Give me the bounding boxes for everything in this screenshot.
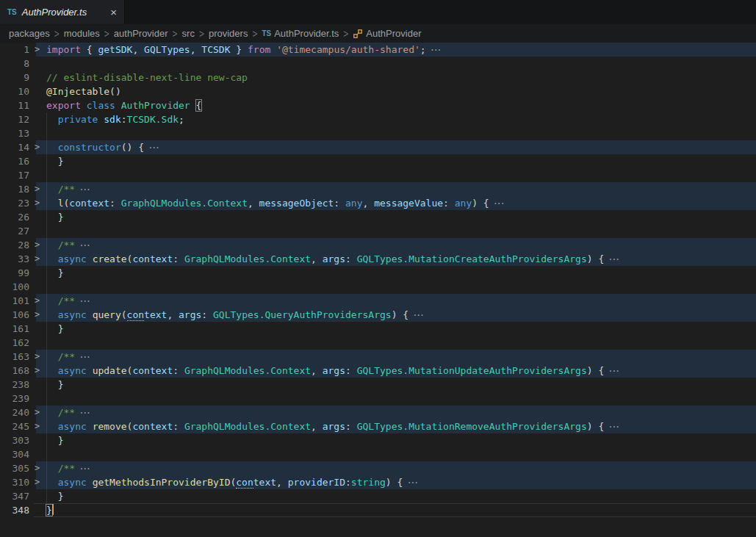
code-line[interactable]: 305> /** ···	[0, 461, 756, 475]
line-number[interactable]: 23	[0, 196, 29, 210]
code-line[interactable]: 11export class AuthProvider {	[0, 98, 756, 112]
line-number[interactable]: 161	[0, 322, 29, 336]
code-line[interactable]: 240> /** ···	[0, 406, 756, 419]
line-number[interactable]: 10	[0, 84, 29, 98]
code-line[interactable]: 238 }	[0, 378, 756, 392]
code-line[interactable]: 27	[0, 224, 756, 238]
code-token: con	[236, 477, 253, 489]
tab-bar: TS AuthProvider.ts ×	[0, 0, 756, 24]
code-line[interactable]: 245> async remove(context: GraphQLModule…	[0, 419, 756, 433]
line-number[interactable]: 27	[0, 224, 29, 238]
close-icon[interactable]: ×	[110, 7, 117, 18]
fold-arrow-icon[interactable]: >	[29, 252, 45, 266]
fold-arrow-icon[interactable]: >	[29, 406, 45, 419]
line-number[interactable]: 348	[0, 503, 29, 517]
fold-arrow-icon[interactable]: >	[29, 196, 45, 210]
breadcrumb-item-authprovider[interactable]: authProvider	[114, 28, 168, 39]
code-token: ) {	[386, 477, 403, 488]
code-line[interactable]: 17	[0, 168, 756, 182]
line-number[interactable]: 100	[0, 280, 29, 294]
line-number[interactable]: 162	[0, 336, 29, 350]
editor[interactable]: 1>import { getSDK, GQLTypes, TCSDK } fro…	[0, 43, 756, 517]
fold-arrow-icon[interactable]: >	[29, 350, 45, 364]
code-line[interactable]: 106> async query(context, args: GQLTypes…	[0, 308, 756, 322]
line-number[interactable]: 14	[0, 140, 29, 154]
line-number[interactable]: 28	[0, 238, 29, 252]
code-line[interactable]: 163> /** ···	[0, 350, 756, 364]
fold-arrow-icon[interactable]: >	[29, 308, 45, 322]
line-number[interactable]: 16	[0, 154, 29, 168]
line-number[interactable]: 17	[0, 168, 29, 182]
code-token: import	[46, 44, 81, 55]
breadcrumb-item-modules[interactable]: modules	[64, 28, 100, 39]
line-number[interactable]: 99	[0, 266, 29, 280]
line-number[interactable]: 305	[0, 461, 29, 475]
breadcrumb-item-packages[interactable]: packages	[9, 28, 50, 39]
fold-arrow-icon[interactable]: >	[29, 461, 45, 475]
line-number[interactable]: 238	[0, 378, 29, 392]
line-number[interactable]: 33	[0, 252, 29, 266]
code-line[interactable]: 347 }	[0, 489, 756, 503]
breadcrumb-item-src[interactable]: src	[182, 28, 195, 39]
code-line[interactable]: 12 private sdk:TCSDK.Sdk;	[0, 112, 756, 126]
fold-arrow-icon[interactable]: >	[29, 238, 45, 252]
code-line[interactable]: 304	[0, 447, 756, 461]
code-line[interactable]: 9// eslint-disable-next-line new-cap	[0, 71, 756, 84]
code-token	[46, 407, 58, 418]
code-line[interactable]: 162	[0, 336, 756, 350]
line-number[interactable]: 1	[0, 43, 29, 57]
code-line[interactable]: 16 }	[0, 154, 756, 168]
fold-arrow-icon[interactable]: >	[29, 364, 45, 378]
code-line[interactable]: 310> async getMethodsInProviderByID(cont…	[0, 475, 756, 489]
code-line[interactable]: 348}	[0, 503, 756, 517]
code-line[interactable]: 8	[0, 57, 756, 71]
code-line[interactable]: 18> /** ···	[0, 182, 756, 196]
code-line[interactable]: 1>import { getSDK, GQLTypes, TCSDK } fro…	[0, 43, 756, 57]
line-number[interactable]: 347	[0, 489, 29, 503]
line-number[interactable]: 310	[0, 475, 29, 489]
line-number[interactable]: 8	[0, 57, 29, 71]
line-number[interactable]: 13	[0, 126, 29, 140]
line-number[interactable]: 240	[0, 406, 29, 419]
code-line[interactable]: 100	[0, 280, 756, 294]
breadcrumb-item-providers[interactable]: providers	[209, 28, 248, 39]
code-line[interactable]: 303 }	[0, 433, 756, 447]
code-line[interactable]: 168> async update(context: GraphQLModule…	[0, 364, 756, 378]
fold-spacer	[29, 378, 45, 392]
fold-arrow-icon[interactable]: >	[29, 294, 45, 308]
line-number[interactable]: 303	[0, 433, 29, 447]
breadcrumb-item-authprovider-ts[interactable]: TSAuthProvider.ts	[262, 28, 339, 39]
line-number[interactable]: 11	[0, 98, 29, 112]
code-token: /**	[58, 351, 75, 362]
code-line[interactable]: 10@Injectable()	[0, 84, 756, 98]
tab-authprovider[interactable]: TS AuthProvider.ts ×	[0, 0, 125, 24]
code-line[interactable]: 161 }	[0, 322, 756, 336]
code-line[interactable]: 101> /** ···	[0, 294, 756, 308]
code-line[interactable]: 239	[0, 392, 756, 406]
code-line[interactable]: 26 }	[0, 210, 756, 224]
code-line[interactable]: 13	[0, 126, 756, 140]
line-number[interactable]: 9	[0, 71, 29, 84]
line-number[interactable]: 101	[0, 294, 29, 308]
line-number[interactable]: 239	[0, 392, 29, 406]
code-line[interactable]: 28> /** ···	[0, 238, 756, 252]
line-number[interactable]: 12	[0, 112, 29, 126]
fold-arrow-icon[interactable]: >	[29, 182, 45, 196]
code-line[interactable]: 23> l(context: GraphQLModules.Context, m…	[0, 196, 756, 210]
line-number[interactable]: 168	[0, 364, 29, 378]
line-number[interactable]: 245	[0, 419, 29, 433]
breadcrumb-item-authprovider[interactable]: AuthProvider	[353, 28, 421, 39]
fold-arrow-icon[interactable]: >	[29, 140, 45, 154]
code-line[interactable]: 14> constructor() { ···	[0, 140, 756, 154]
fold-arrow-icon[interactable]: >	[29, 475, 45, 489]
code-line[interactable]: 99 }	[0, 266, 756, 280]
fold-arrow-icon[interactable]: >	[29, 43, 45, 57]
code-token: TCSDK	[201, 44, 230, 55]
line-number[interactable]: 106	[0, 308, 29, 322]
line-number[interactable]: 304	[0, 447, 29, 461]
line-number[interactable]: 26	[0, 210, 29, 224]
line-number[interactable]: 163	[0, 350, 29, 364]
fold-arrow-icon[interactable]: >	[29, 419, 45, 433]
code-line[interactable]: 33> async create(context: GraphQLModules…	[0, 252, 756, 266]
line-number[interactable]: 18	[0, 182, 29, 196]
